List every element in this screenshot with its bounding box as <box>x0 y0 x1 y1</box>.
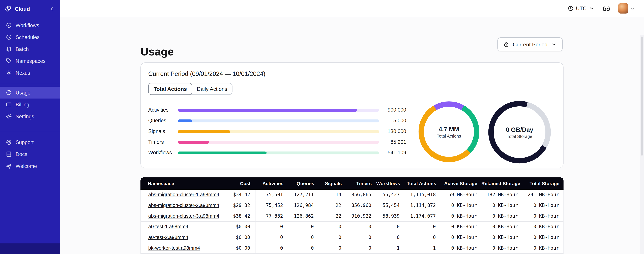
table-row: bk-worker-test.a98mm4$0.000000110 KB-Hou… <box>140 243 564 254</box>
brand: Cloud <box>0 0 60 17</box>
timezone-label: UTC <box>576 6 586 11</box>
namespace-link[interactable]: abs-migration-cluster-2.a98mm4 <box>141 200 219 210</box>
table-cell: $0.00 <box>219 232 255 242</box>
table-cell: 0 <box>255 243 288 253</box>
table-cell: 856,960 <box>346 200 376 210</box>
scrollbar-thumb[interactable] <box>641 36 643 156</box>
sidebar-item-label: Support <box>16 140 34 145</box>
table-cell: $0.00 <box>219 222 255 232</box>
usage-card-title: Current Period (09/01/2024 — 10/01/2024) <box>148 70 556 78</box>
sidebar-item-usage[interactable]: Usage <box>0 86 60 98</box>
app-window: Cloud WorkflowsSchedulesBatchNamespacesN… <box>0 0 644 254</box>
glasses-icon[interactable] <box>602 4 611 13</box>
sidebar-item-label: Settings <box>16 114 34 119</box>
bar-category-label: Timers <box>148 139 178 145</box>
sidebar-item-batch[interactable]: Batch <box>0 43 60 55</box>
sidebar-item-label: Namespaces <box>16 58 46 64</box>
table-cell: 0 KB-Hour <box>441 222 482 232</box>
table-cell: 22 <box>319 211 346 221</box>
total-storage-donut-chart: 0 GB/Day Total Storage <box>488 101 551 163</box>
table-cell: 75,501 <box>255 190 288 200</box>
table-cell: 0 KB-Hour <box>523 200 564 210</box>
sidebar-collapse-button[interactable] <box>48 5 55 12</box>
batch-icon <box>6 46 12 52</box>
sidebar-item-label: Usage <box>16 90 30 95</box>
table-cell: 0 <box>319 243 346 253</box>
table-cell: $34.42 <box>219 190 255 200</box>
namespace-link[interactable]: a0-test-1.a98mm4 <box>141 222 219 232</box>
sidebar-item-billing[interactable]: Billing <box>0 98 60 110</box>
welcome-icon <box>6 163 12 169</box>
bar-fill <box>178 140 209 144</box>
bar-value: 85,201 <box>385 139 406 145</box>
table-cell: 0 KB-Hour <box>441 232 482 242</box>
table-cell: 0 KB-Hour <box>523 232 564 242</box>
table-cell: $0.00 <box>219 243 255 253</box>
table-header: NamespaceCostActivitiesQueriesSignalsTim… <box>140 178 564 190</box>
table-cell: 182 MB-Hour <box>482 190 523 200</box>
total-actions-donut-chart: 4.7 MM Total Actions <box>418 101 480 162</box>
sidebar-item-support[interactable]: Support <box>0 136 60 148</box>
table-cell: 0 <box>255 232 288 242</box>
user-menu[interactable] <box>618 3 635 14</box>
sidebar-item-workflows[interactable]: Workflows <box>0 19 60 31</box>
bar-track <box>178 130 379 133</box>
timezone-selector[interactable]: UTC <box>568 5 595 12</box>
table-cell: 0 <box>319 222 346 232</box>
bar-fill <box>178 119 192 122</box>
total-actions-value: 4.7 MM <box>439 126 459 132</box>
namespace-link[interactable]: abs-migration-cluster-3.a98mm4 <box>141 211 219 221</box>
sidebar-item-docs[interactable]: Docs <box>0 148 60 160</box>
namespace-link[interactable]: bk-worker-test.a98mm4 <box>141 243 219 253</box>
user-avatar <box>618 3 628 14</box>
table-cell: 0 <box>405 232 441 242</box>
support-icon <box>6 139 12 146</box>
period-selector-button[interactable]: Current Period <box>498 37 562 51</box>
sidebar-nav-group: UsageBillingSettings <box>0 84 60 124</box>
table-cell: 1,174,077 <box>405 211 441 221</box>
tab-daily-actions[interactable]: Daily Actions <box>192 83 232 94</box>
sidebar-item-nexus[interactable]: Nexus <box>0 67 60 79</box>
sidebar: Cloud WorkflowsSchedulesBatchNamespacesN… <box>0 0 60 254</box>
table-row: abs-migration-cluster-3.a98mm4$38.4277,3… <box>140 211 564 222</box>
total-actions-label: Total Actions <box>437 133 461 138</box>
page-title: Usage <box>140 46 174 58</box>
tab-total-actions[interactable]: Total Actions <box>148 83 192 95</box>
bar-track <box>178 119 379 122</box>
sidebar-item-label: Billing <box>16 102 29 107</box>
sidebar-item-settings[interactable]: Settings <box>0 110 60 122</box>
sidebar-nav: WorkflowsSchedulesBatchNamespacesNexusUs… <box>0 17 60 174</box>
table-cell: 0 KB-Hour <box>441 211 482 221</box>
column-header-total-actions: Total Actions <box>404 178 440 190</box>
namespace-link[interactable]: abs-migration-cluster-1.a98mm4 <box>141 190 219 200</box>
table-cell: 0 <box>346 232 376 242</box>
main-content: Usage Current Period Current Period (09/… <box>60 18 644 254</box>
table-cell: 55,427 <box>376 190 404 200</box>
table-cell: 0 <box>319 232 346 242</box>
settings-icon <box>6 113 12 120</box>
chevron-down-icon <box>588 5 595 12</box>
table-cell: 75,452 <box>255 200 288 210</box>
sidebar-item-namespaces[interactable]: Namespaces <box>0 55 60 67</box>
sidebar-item-label: Welcome <box>16 163 37 169</box>
bar-track <box>178 151 379 154</box>
bar-track <box>178 108 379 112</box>
sidebar-item-label: Nexus <box>16 70 30 76</box>
table-cell: 910,922 <box>346 211 376 221</box>
bar-value: 5,000 <box>385 118 406 124</box>
sidebar-item-label: Workflows <box>16 22 39 28</box>
sidebar-item-label: Batch <box>16 46 29 52</box>
table-cell: 1,115,018 <box>405 190 441 200</box>
namespace-link[interactable]: a0-test-2.a98mm4 <box>141 232 219 242</box>
chevron-down-icon <box>551 41 557 48</box>
bar-category-label: Queries <box>148 118 178 124</box>
table-cell: 1 <box>405 243 441 253</box>
column-header-queries: Queries <box>288 178 318 190</box>
table-cell: 0 KB-Hour <box>523 222 564 232</box>
bar-category-label: Signals <box>148 128 178 134</box>
table-cell: 0 KB-Hour <box>523 211 564 221</box>
sidebar-item-schedules[interactable]: Schedules <box>0 31 60 43</box>
bar-value: 541,109 <box>385 150 406 156</box>
sidebar-item-welcome[interactable]: Welcome <box>0 160 60 172</box>
nexus-icon <box>6 70 12 76</box>
